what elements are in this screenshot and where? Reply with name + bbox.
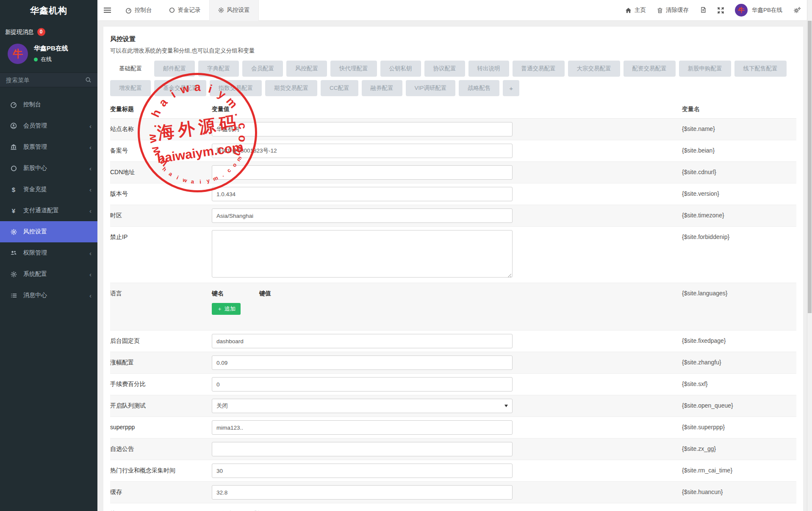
tab-vip-research-config[interactable]: VIP调研配置 (406, 80, 456, 96)
tab-basic-config[interactable]: 基础配置 (110, 61, 151, 77)
row-label: 后台固定页 (110, 334, 212, 345)
tab-risk-config[interactable]: 风控配置 (286, 61, 327, 77)
clear-cache-label: 清除缓存 (666, 6, 689, 14)
sidebar-item-permissions[interactable]: 权限管理 ‹ (0, 242, 97, 264)
tab-ipo-subscribe-config[interactable]: 新股申购配置 (679, 61, 731, 77)
chevron-left-icon: ‹ (89, 165, 91, 172)
app-title: 华鑫机构 (0, 0, 97, 21)
row-label: 自选公告 (110, 442, 212, 453)
sidebar-item-label: 支付通道配置 (23, 207, 59, 214)
user-name: 华鑫PB在线 (34, 44, 68, 53)
col-header-var: 变量名 (682, 106, 796, 113)
sidebar-item-ipo-center[interactable]: 新股中心 ‹ (0, 158, 97, 179)
sidebar-item-label: 系统配置 (23, 270, 47, 278)
sidebar-item-payment-channels[interactable]: ¥ 支付通道配置 ‹ (0, 200, 97, 221)
row-var: {$site.timezone} (682, 208, 796, 219)
tab-keys-config[interactable]: 公钥私钥 (380, 61, 421, 77)
tab-strategic-placement[interactable]: 战略配售 (459, 80, 499, 96)
tab-dictionary-config[interactable]: 字典配置 (198, 61, 239, 77)
topbar-tab-risk-settings[interactable]: 风控设置 (209, 0, 259, 21)
avatar: 牛 (8, 44, 28, 64)
topbar-tab-fund-records[interactable]: 资金记录 (161, 0, 209, 21)
tab-protocol-config[interactable]: 协议配置 (424, 61, 465, 77)
tab-block-trade-config[interactable]: 大宗交易配置 (568, 61, 620, 77)
document-icon[interactable] (700, 7, 707, 14)
chevron-left-icon: ‹ (89, 144, 91, 151)
row-var: {$site.version} (682, 187, 796, 197)
sidebar-item-funds[interactable]: $ 资金充提 ‹ (0, 179, 97, 200)
sidebar-item-system-config[interactable]: 系统配置 ‹ (0, 264, 97, 285)
search-input[interactable] (6, 77, 85, 83)
fullscreen-icon[interactable] (718, 7, 724, 14)
tab-member-config[interactable]: 会员配置 (242, 61, 283, 77)
sidebar-search (0, 72, 97, 87)
sidebar-item-members[interactable]: 会员管理 ‹ (0, 115, 97, 136)
withdraw-notice[interactable]: 新提现消息 0 (0, 21, 97, 39)
forbidden-ip-textarea[interactable] (212, 230, 513, 278)
table-row: 涨幅配置 {$site.zhangfu} (110, 352, 796, 374)
version-input[interactable] (212, 187, 513, 201)
tab-mail-config[interactable]: 邮件配置 (154, 61, 195, 77)
tab-margin-trade-config[interactable]: 配资交易配置 (624, 61, 676, 77)
users-icon (9, 250, 18, 256)
table-row: 接口 新浪 腾讯 {$site.apis} (110, 503, 796, 511)
topbar: 控制台 资金记录 风控设置 主页 清除缓存 牛 华鑫PB在线 (97, 0, 812, 21)
tab-additional-issue-config[interactable]: 增发配置 (110, 80, 151, 96)
sidebar-item-label: 权限管理 (23, 249, 47, 257)
row-var: {$site.forbiddenip} (682, 230, 796, 240)
row-var: {$site.fixedpage} (682, 334, 796, 344)
home-link[interactable]: 主页 (625, 6, 646, 14)
avatar: 牛 (735, 4, 748, 17)
add-group-button[interactable]: + (503, 80, 519, 96)
hot-collect-time-input[interactable] (212, 464, 513, 478)
col-header-label: 变量标题 (110, 106, 212, 113)
superppp-input[interactable] (212, 420, 513, 435)
sidebar-item-risk-settings[interactable]: 风控设置 (0, 221, 97, 242)
tab-offline-placement-config[interactable]: 线下配售配置 (734, 61, 787, 77)
timezone-input[interactable] (212, 208, 513, 223)
row-var: {$site.name} (682, 122, 796, 132)
row-label: 开启队列测试 (110, 399, 212, 410)
watchlist-notice-input[interactable] (212, 442, 513, 456)
cache-input[interactable] (212, 485, 513, 500)
tab-fund-trade-config[interactable]: 基金交易配置 (154, 80, 206, 96)
topbar-user-menu[interactable]: 牛 华鑫PB在线 (735, 4, 782, 17)
fee-percent-input[interactable] (212, 377, 513, 392)
fixed-page-input[interactable] (212, 334, 513, 348)
sidebar-item-message-center[interactable]: 消息中心 ‹ (0, 285, 97, 306)
table-row: 手续费百分比 {$site.sxf} (110, 374, 796, 395)
site-name-input[interactable] (212, 122, 513, 136)
table-header: 变量标题 变量值 变量名 (110, 101, 796, 119)
selected-option: 关闭 (216, 402, 228, 410)
sidebar-item-stocks[interactable]: 股票管理 ‹ (0, 136, 97, 158)
sidebar-item-dashboard[interactable]: 控制台 (0, 94, 97, 115)
row-label: CDN地址 (110, 165, 212, 176)
append-language-button[interactable]: ＋追加 (212, 303, 241, 315)
queue-test-select[interactable]: 关闭 (212, 399, 513, 413)
icp-number-input[interactable] (212, 144, 513, 158)
clear-cache-link[interactable]: 清除缓存 (657, 6, 689, 14)
tab-index-trade-config[interactable]: 指数交易配置 (210, 80, 262, 96)
search-icon[interactable] (85, 77, 91, 83)
tab-cc-config[interactable]: CC配置 (321, 80, 358, 96)
tab-proxy-config[interactable]: 快代理配置 (330, 61, 377, 77)
settings-gears-icon[interactable] (793, 7, 801, 14)
vertical-scrollbar[interactable] (807, 0, 812, 511)
tab-normal-trade-config[interactable]: 普通交易配置 (513, 61, 565, 77)
chevron-left-icon: ‹ (89, 122, 91, 130)
table-row: 语言 键名 键值 ＋追加 {$site.languages} (110, 283, 796, 330)
tab-futures-trade-config[interactable]: 期货交易配置 (265, 80, 317, 96)
sidebar-toggle-button[interactable] (97, 0, 117, 21)
topbar-tab-dashboard[interactable]: 控制台 (117, 0, 161, 21)
scrollbar-thumb[interactable] (808, 21, 812, 313)
cdn-url-input[interactable] (212, 165, 513, 180)
yen-icon: ¥ (9, 207, 18, 214)
tab-short-sell-config[interactable]: 融券配置 (362, 80, 402, 96)
config-tabs-row1: 基础配置 邮件配置 字典配置 会员配置 风控配置 快代理配置 公钥私钥 协议配置… (103, 55, 803, 96)
tab-transfer-note[interactable]: 转出说明 (468, 61, 509, 77)
row-label: 时区 (110, 208, 212, 219)
price-limit-input[interactable] (212, 355, 513, 370)
main-content: 风控设置 可以在此增改系统的变量和分组,也可以自定义分组和变量 基础配置 邮件配… (103, 27, 803, 511)
sidebar-item-label: 资金充提 (23, 186, 47, 193)
sidebar-item-label: 新股中心 (23, 164, 47, 172)
